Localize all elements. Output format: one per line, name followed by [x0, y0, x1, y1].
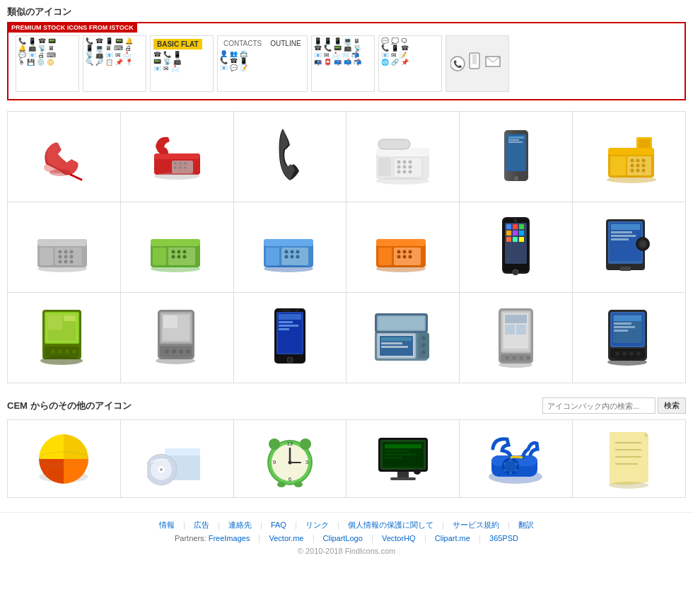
- svg-point-90: [296, 255, 299, 258]
- prem-block-5[interactable]: 📱📱📱💻🖥 ☎📞📟📠📡 📧✉📩📨📬 📭📮📪📫📬: [311, 35, 375, 92]
- svg-point-47: [630, 164, 634, 168]
- similar-icon-pda-green[interactable]: [8, 293, 121, 383]
- similar-icon-phone-desk-orange[interactable]: [346, 202, 460, 293]
- svg-point-70: [37, 265, 87, 272]
- similar-icon-pda-silver[interactable]: [121, 293, 234, 383]
- svg-point-63: [58, 255, 62, 258]
- svg-point-149: [179, 349, 183, 354]
- prem-block-6[interactable]: 💬💭🗨 📞📱☎ 📧✉📝 🌐🔗📌: [378, 35, 442, 92]
- svg-rect-3: [472, 54, 477, 64]
- alarm-clock-svg: 12 3 6 9: [262, 429, 318, 489]
- partner-vectorhq[interactable]: VectorHQ: [382, 534, 416, 542]
- svg-point-225: [294, 482, 303, 487]
- svg-rect-158: [279, 328, 289, 330]
- prem-block-basic-flat[interactable]: BASIC FLAT ☎📞📱 📟📡📠 📧✉📩: [150, 35, 214, 92]
- svg-rect-124: [611, 238, 629, 240]
- svg-rect-160: [281, 310, 291, 311]
- svg-rect-230: [385, 444, 421, 448]
- footer-link-privacy[interactable]: 個人情報の保護に関して: [348, 521, 433, 529]
- similar-icon-phone-desk-silver[interactable]: [8, 202, 121, 293]
- svg-rect-58: [37, 239, 87, 246]
- cem-title: CEM からのその他のアイコン: [7, 400, 132, 412]
- svg-point-151: [156, 357, 195, 364]
- prem-block-phone-mobile-mail[interactable]: 📞: [446, 35, 509, 92]
- svg-point-100: [403, 255, 407, 258]
- cem-icon-pie-chart[interactable]: [8, 420, 121, 498]
- svg-text:6: 6: [289, 476, 292, 482]
- cem-icon-monitor[interactable]: [346, 420, 460, 498]
- similar-icon-pda-dark[interactable]: [573, 293, 686, 383]
- similar-icon-smartphone-hp[interactable]: [573, 202, 686, 293]
- footer-link-contact[interactable]: 連絡先: [228, 521, 252, 529]
- similar-icon-phone-white-desk[interactable]: [346, 112, 460, 202]
- svg-point-246: [503, 469, 506, 472]
- svg-text:12: 12: [287, 441, 293, 447]
- similar-icon-iphone-black[interactable]: [460, 202, 573, 293]
- search-input[interactable]: [542, 397, 656, 414]
- svg-rect-180: [505, 315, 527, 323]
- svg-rect-36: [508, 136, 525, 170]
- svg-point-236: [414, 469, 421, 475]
- prem-block-2[interactable]: 📞☎📱📟🔔 📱💻🖥⌨🖨 📡📠📧✉📩 🔍🔎📋📌📍: [83, 35, 146, 92]
- svg-point-12: [179, 162, 182, 165]
- svg-rect-125: [620, 267, 631, 271]
- cem-icon-phone-blue-old[interactable]: [460, 420, 573, 498]
- partner-freeimages[interactable]: FreeImages: [209, 534, 250, 542]
- pda-silver-svg: [154, 306, 200, 370]
- partner-clipartme[interactable]: Clipart.me: [435, 534, 470, 542]
- similar-icon-phone-mobile-dark[interactable]: [460, 112, 573, 202]
- svg-rect-233: [385, 457, 402, 459]
- footer-link-info[interactable]: 情報: [159, 521, 175, 529]
- footer-link-terms[interactable]: サービス規約: [453, 521, 499, 529]
- svg-point-138: [65, 349, 69, 354]
- footer-link-faq[interactable]: FAQ: [271, 521, 286, 529]
- footer-link-links[interactable]: リンク: [305, 521, 329, 529]
- footer-link-translate[interactable]: 翻訳: [518, 521, 534, 529]
- svg-text:📞: 📞: [453, 59, 462, 69]
- cem-icon-cd-box[interactable]: [121, 420, 234, 498]
- pda-blue-open-svg: [371, 310, 435, 366]
- phone-desk-red-svg: [147, 129, 207, 185]
- phone-white-desk-svg: [373, 127, 433, 187]
- similar-icon-smartphone-black[interactable]: [234, 293, 347, 383]
- svg-point-66: [58, 260, 62, 263]
- svg-point-87: [296, 250, 299, 253]
- sep-3: ｜: [257, 521, 265, 529]
- svg-point-188: [499, 362, 532, 368]
- svg-rect-182: [516, 325, 526, 335]
- cem-icon-alarm-clock[interactable]: 12 3 6 9: [234, 420, 347, 498]
- partner-vectorme[interactable]: Vector.me: [269, 534, 304, 542]
- phone-desk-yellow-svg: [598, 127, 661, 187]
- similar-icon-pda-silver2[interactable]: [460, 293, 573, 383]
- phone-desk-silver-svg: [34, 219, 94, 276]
- svg-point-60: [58, 250, 62, 253]
- prem-block-contacts[interactable]: CONTACTS OUTLINE 👤👥📇 📞☎📱 📧💬📝: [217, 35, 308, 92]
- svg-point-46: [641, 159, 645, 163]
- similar-icon-phone-desk-blue[interactable]: [234, 202, 347, 293]
- svg-point-137: [58, 349, 62, 354]
- svg-point-185: [513, 356, 516, 359]
- svg-rect-156: [279, 321, 293, 323]
- partner-365psd[interactable]: 365PSD: [489, 534, 518, 542]
- svg-point-171: [421, 343, 426, 347]
- footer-link-ad[interactable]: 広告: [194, 521, 209, 529]
- svg-point-23: [409, 161, 412, 164]
- sep-4: ｜: [292, 521, 300, 529]
- svg-point-184: [506, 356, 509, 359]
- similar-icon-phone-desk-red[interactable]: [121, 112, 234, 202]
- prem-block-1[interactable]: 📞📱☎📟 🔔📠📡🖥 💬📧🖨⌨ 🖱💾💿📀: [16, 35, 79, 92]
- svg-point-85: [284, 250, 288, 253]
- similar-icon-pda-blue-open[interactable]: [346, 293, 460, 383]
- svg-point-247: [503, 463, 506, 465]
- svg-rect-112: [519, 231, 524, 236]
- cem-icon-paper-note[interactable]: [573, 420, 686, 498]
- similar-icon-phone-red[interactable]: [8, 112, 121, 202]
- partner-clipartlogo[interactable]: ClipartLogo: [323, 534, 363, 542]
- svg-point-101: [409, 255, 412, 258]
- similar-icon-phone-black[interactable]: [234, 112, 347, 202]
- pda-dark-svg: [605, 306, 654, 370]
- search-button[interactable]: 検索: [658, 397, 686, 414]
- similar-icon-phone-desk-yellow[interactable]: [573, 112, 686, 202]
- similar-icon-phone-desk-green[interactable]: [121, 202, 234, 293]
- svg-rect-155: [279, 314, 301, 320]
